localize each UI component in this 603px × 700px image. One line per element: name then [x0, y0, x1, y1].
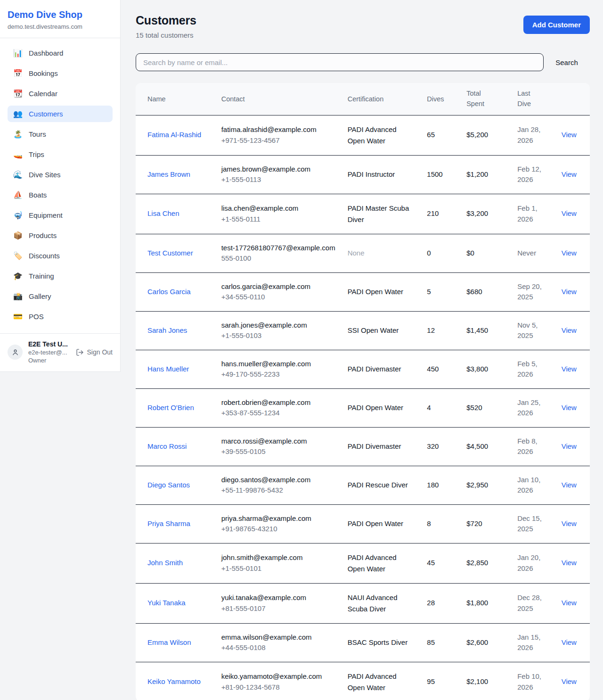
view-link[interactable]: View — [562, 288, 577, 296]
sidebar-item-label: Calendar — [29, 90, 57, 98]
dives-cell: 180 — [421, 466, 461, 504]
sidebar-item-equipment[interactable]: 🤿Equipment — [8, 207, 113, 223]
total-spent-cell: $2,100 — [461, 662, 512, 700]
dives-cell: 65 — [421, 115, 461, 155]
people-icon: 👥 — [13, 109, 23, 118]
view-link[interactable]: View — [562, 559, 577, 567]
sidebar-item-discounts[interactable]: 🏷️Discounts — [8, 247, 113, 264]
sidebar-item-products[interactable]: 📦Products — [8, 227, 113, 244]
last-dive-cell: Sep 20, 2025 — [512, 272, 556, 311]
view-cell: View — [556, 623, 590, 662]
dives-cell: 320 — [421, 427, 461, 466]
search-input[interactable] — [136, 53, 544, 71]
customer-row: Lisa Chenlisa.chen@example.com+1-555-011… — [136, 194, 590, 234]
island-icon: 🏝️ — [13, 130, 23, 139]
certification-cell: PADI Open Water — [342, 388, 422, 427]
view-cell: View — [556, 194, 590, 234]
view-link[interactable]: View — [562, 131, 577, 139]
sidebar-item-label: Products — [29, 231, 57, 239]
total-spent-cell: $2,950 — [461, 466, 512, 504]
view-link[interactable]: View — [562, 209, 577, 217]
customer-phone: +55-11-99876-5432 — [221, 485, 336, 496]
sidebar-item-bookings[interactable]: 📅Bookings — [8, 65, 113, 82]
view-cell: View — [556, 155, 590, 194]
view-link[interactable]: View — [562, 677, 577, 685]
view-link[interactable]: View — [562, 249, 577, 257]
customer-name-link[interactable]: Priya Sharma — [147, 519, 190, 527]
sidebar-item-training[interactable]: 🎓Training — [8, 268, 113, 284]
customer-name-link[interactable]: Emma Wilson — [147, 638, 191, 646]
customer-row: James Brownjames.brown@example.com+1-555… — [136, 155, 590, 194]
last-dive-cell: Feb 10, 2026 — [512, 662, 556, 700]
customer-email: keiko.yamamoto@example.com — [221, 671, 336, 682]
customer-name-link[interactable]: Hans Mueller — [147, 365, 189, 373]
sidebar-item-dive-sites[interactable]: 🌊Dive Sites — [8, 166, 113, 183]
view-link[interactable]: View — [562, 599, 577, 607]
view-cell: View — [556, 662, 590, 700]
column-header-actions — [556, 83, 590, 115]
sidebar-item-tours[interactable]: 🏝️Tours — [8, 126, 113, 142]
user-info: E2E Test U... e2e-tester@... Owner — [28, 340, 70, 364]
certification-cell: None — [342, 234, 422, 272]
customer-email: lisa.chen@example.com — [221, 203, 336, 214]
dives-cell: 85 — [421, 623, 461, 662]
customer-name-link[interactable]: Carlos Garcia — [147, 288, 191, 296]
view-link[interactable]: View — [562, 404, 577, 412]
sidebar-item-dashboard[interactable]: 📊Dashboard — [8, 45, 113, 61]
customer-contact-cell: lisa.chen@example.com+1-555-0111 — [216, 194, 342, 234]
customer-name-link[interactable]: John Smith — [147, 559, 183, 567]
sidebar-item-customers[interactable]: 👥Customers — [8, 106, 113, 122]
customer-name-link[interactable]: Yuki Tanaka — [147, 599, 186, 607]
page-header-text: Customers 15 total customers — [136, 13, 196, 39]
customer-phone: +81-555-0107 — [221, 603, 336, 614]
view-link[interactable]: View — [562, 365, 577, 373]
view-link[interactable]: View — [562, 481, 577, 489]
sidebar-item-calendar[interactable]: 📆Calendar — [8, 85, 113, 102]
dives-cell: 28 — [421, 583, 461, 623]
sidebar-item-boats[interactable]: ⛵Boats — [8, 187, 113, 203]
customer-name-link[interactable]: Keiko Yamamoto — [147, 677, 201, 685]
certification-cell: PADI Advanced Open Water — [342, 543, 422, 583]
sidebar-item-gallery[interactable]: 📸Gallery — [8, 288, 113, 305]
view-link[interactable]: View — [562, 326, 577, 334]
customer-name-cell: John Smith — [136, 543, 216, 583]
avatar — [8, 345, 23, 360]
customer-contact-cell: marco.rossi@example.com+39-555-0105 — [216, 427, 342, 466]
user-role: Owner — [28, 357, 70, 364]
customer-name-link[interactable]: Marco Rossi — [147, 442, 187, 450]
last-dive-cell: Dec 28, 2025 — [512, 583, 556, 623]
dives-cell: 0 — [421, 234, 461, 272]
total-spent-cell: $2,850 — [461, 543, 512, 583]
sidebar-item-label: Dashboard — [29, 49, 63, 57]
diving-mask-icon: 🤿 — [13, 211, 23, 220]
total-spent-cell: $1,800 — [461, 583, 512, 623]
view-cell: View — [556, 466, 590, 504]
user-section: E2E Test U... e2e-tester@... Owner Sign … — [0, 333, 120, 371]
customer-email: james.brown@example.com — [221, 164, 336, 175]
search-button[interactable]: Search — [551, 58, 582, 67]
customer-name-link[interactable]: Test Customer — [147, 249, 193, 257]
view-link[interactable]: View — [562, 519, 577, 527]
customer-name-link[interactable]: Sarah Jones — [147, 326, 187, 334]
sidebar-item-pos[interactable]: 💳POS — [8, 308, 113, 325]
customer-name-link[interactable]: James Brown — [147, 170, 190, 178]
view-link[interactable]: View — [562, 638, 577, 646]
view-link[interactable]: View — [562, 442, 577, 450]
speedboat-icon: 🚤 — [13, 150, 23, 159]
sidebar-item-trips[interactable]: 🚤Trips — [8, 146, 113, 163]
total-spent-cell: $3,200 — [461, 194, 512, 234]
sign-out-button[interactable]: Sign Out — [76, 348, 113, 356]
add-customer-button[interactable]: Add Customer — [523, 16, 590, 34]
last-dive-cell: Jan 10, 2026 — [512, 466, 556, 504]
customer-name-link[interactable]: Fatima Al-Rashid — [147, 131, 201, 139]
customer-name-link[interactable]: Diego Santos — [147, 481, 190, 489]
customer-row: Priya Sharmapriya.sharma@example.com+91-… — [136, 504, 590, 543]
last-dive-cell: Dec 15, 2025 — [512, 504, 556, 543]
customer-name-link[interactable]: Lisa Chen — [147, 209, 179, 217]
total-spent-cell: $2,600 — [461, 623, 512, 662]
customer-name-cell: Diego Santos — [136, 466, 216, 504]
customer-phone: +81-90-1234-5678 — [221, 682, 336, 693]
customer-phone: +44-555-0108 — [221, 642, 336, 653]
customer-name-link[interactable]: Robert O'Brien — [147, 404, 194, 412]
view-link[interactable]: View — [562, 170, 577, 178]
